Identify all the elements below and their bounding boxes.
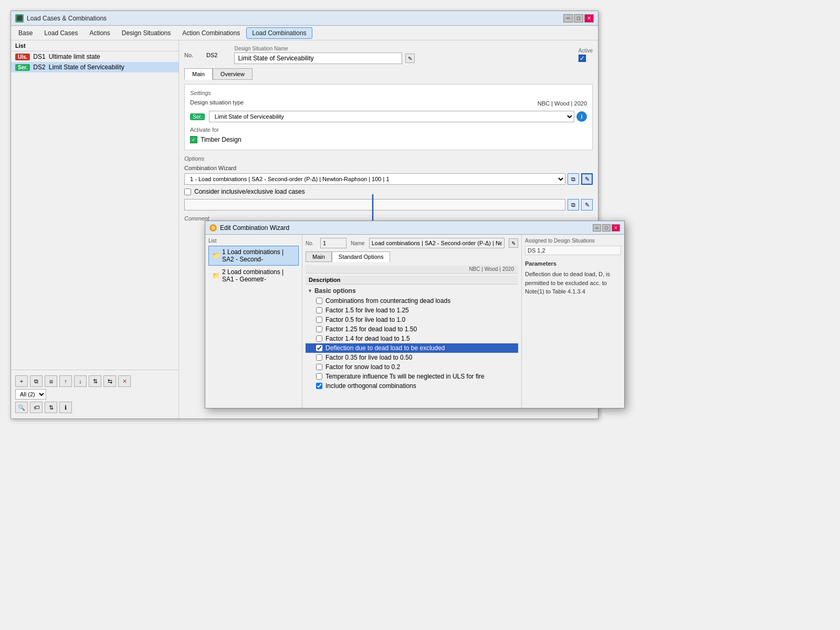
minimize-button[interactable]: ─ [563,14,573,23]
dialog-maximize-btn[interactable]: □ [602,224,611,232]
options-list: Combinations from counteracting dead loa… [306,296,518,391]
dialog-list-item-1-label: 1 Load combinations | SA2 - Second- [222,248,295,263]
menu-actions[interactable]: Actions [84,28,115,38]
empty-combo-input [184,199,565,211]
uls-label: Ultimate limit state [49,53,100,60]
title-bar: ⬛ Load Cases & Combinations ─ □ ✕ [11,11,598,26]
window-title: Load Cases & Combinations [27,15,107,22]
dialog-tabs: Main Standard Options [306,251,518,262]
copy-btn[interactable]: ⧉ [30,375,43,387]
option-checkbox-8[interactable] [316,373,322,380]
option-row-9: Include orthogonal combinations [306,381,518,391]
option-checkbox-2[interactable] [316,317,322,323]
inclusive-checkbox[interactable] [184,188,191,195]
sort-btn[interactable]: ⇅ [89,375,101,387]
close-button[interactable]: ✕ [584,14,594,23]
filter-btn[interactable]: ⇅ [45,402,57,413]
option-row-0: Combinations from counteracting dead loa… [306,296,518,306]
dialog-name-label: Name [351,240,365,246]
dialog-tab-main[interactable]: Main [306,251,332,262]
dialog-detail-panel: No. Name ✎ Main Standard Options NBC | W… [302,235,522,408]
empty-edit-btn[interactable]: ✎ [581,199,593,211]
tab-main[interactable]: Main [184,68,213,80]
combo-wizard-label: Combination Wizard [184,165,593,171]
menu-design-situations[interactable]: Design Situations [117,28,176,38]
menu-base[interactable]: Base [13,28,38,38]
ser-badge: Ser. [15,64,30,71]
menu-action-combinations[interactable]: Action Combinations [177,28,245,38]
info-btn[interactable]: ℹ [59,402,72,413]
wizard-edit-btn[interactable]: ✎ [581,173,593,185]
dialog-name-input[interactable] [369,238,505,248]
option-checkbox-9[interactable] [316,383,322,389]
timber-design-checkbox[interactable]: ✓ [190,136,197,143]
sort2-btn[interactable]: ⇆ [103,375,116,387]
timber-design-row: ✓ Timber Design [190,135,587,144]
ds-type-select[interactable]: Limit State of Serviceability [209,111,574,122]
ds-name-edit-btn[interactable]: ✎ [405,54,415,63]
dialog-name-edit-btn[interactable]: ✎ [509,238,518,248]
ds-dropdown-row: Ser. Limit State of Serviceability i [190,111,587,122]
menu-load-combinations[interactable]: Load Combinations [246,27,312,39]
option-row-4: Factor 1.4 for dead load to 1.5 [306,334,518,343]
active-checkbox[interactable]: ✓ [579,55,586,62]
option-label-3: Factor 1.25 for dead load to 1.50 [326,326,417,333]
option-checkbox-4[interactable] [316,335,322,342]
expand-icon: ▼ [308,288,312,293]
tab-overview[interactable]: Overview [213,68,253,80]
option-row-2: Factor 0.5 for live load to 1.0 [306,315,518,324]
maximize-button[interactable]: □ [574,14,583,23]
dialog-title-bar: ⚙ Edit Combination Wizard ─ □ ✕ [205,221,624,235]
dialog-minimize-btn[interactable]: ─ [593,224,601,232]
dialog-right-panel: Assigned to Design Situations DS 1,2 Par… [522,235,624,408]
edit-combination-wizard-dialog: ⚙ Edit Combination Wizard ─ □ ✕ List 📁 1… [205,220,625,408]
dialog-tab-standard-options[interactable]: Standard Options [332,251,391,262]
option-checkbox-5[interactable] [316,345,322,351]
ds-name-input[interactable] [234,52,402,64]
all-select-dropdown[interactable]: All (2) [15,389,46,400]
settings-box: Settings Design situation type NBC | Woo… [184,84,593,150]
nbc-bar: NBC | Wood | 2020 [306,265,518,274]
settings-label: Settings [190,90,587,96]
dialog-list-item-2[interactable]: 📁 2 Load combinations | SA1 - Geometr- [208,266,299,286]
option-checkbox-7[interactable] [316,364,322,370]
empty-copy-btn[interactable]: ⧉ [568,199,579,211]
option-checkbox-1[interactable] [316,307,322,313]
option-checkbox-0[interactable] [316,298,322,304]
inclusive-row: Consider inclusive/exclusive load cases [184,188,593,195]
uls-badge: Uls. [15,54,30,60]
dialog-no-input[interactable] [320,238,346,248]
wizard-copy-btn[interactable]: ⧉ [568,173,579,185]
folder-icon-1: 📁 [212,252,220,259]
combo-wizard-row: 1 - Load combinations | SA2 - Second-ord… [184,173,593,185]
list-item-uls[interactable]: Uls. DS1 Ultimate limit state [11,51,178,62]
copy2-btn[interactable]: ⧇ [45,375,57,387]
dialog-title-text: Edit Combination Wizard [220,224,289,232]
search-btn[interactable]: 🔍 [15,402,28,413]
move-down-btn[interactable]: ↓ [74,375,87,387]
dialog-list-item-1[interactable]: 📁 1 Load combinations | SA2 - Second- [208,246,299,266]
combo-wizard-select[interactable]: 1 - Load combinations | SA2 - Second-ord… [184,173,565,185]
add-btn[interactable]: + [15,375,28,387]
dialog-list-label: List [208,238,299,244]
option-checkbox-6[interactable] [316,354,322,361]
option-label-8: Temperature influence Ts will be neglect… [326,373,485,380]
menu-bar: Base Load Cases Actions Design Situation… [11,26,598,40]
dialog-list-panel: List 📁 1 Load combinations | SA2 - Secon… [205,235,302,408]
option-label-9: Include orthogonal combinations [326,382,416,390]
tag-btn[interactable]: 🏷 [30,402,43,413]
list-item-ser[interactable]: Ser. DS2 Limit State of Serviceability [11,62,178,72]
delete-btn[interactable]: ✕ [118,375,131,387]
option-checkbox-3[interactable] [316,326,322,332]
empty-combo-row: ⧉ ✎ [184,198,593,211]
menu-load-cases[interactable]: Load Cases [39,28,83,38]
ds-type-value: NBC | Wood | 2020 [538,100,587,107]
dialog-close-btn[interactable]: ✕ [612,224,620,232]
move-up-btn[interactable]: ↑ [59,375,72,387]
no-value: DS2 [206,52,217,58]
option-label-7: Factor for snow load to 0.2 [326,363,400,371]
option-label-5: Deflection due to dead load to be exclud… [326,344,445,352]
option-row-3: Factor 1.25 for dead load to 1.50 [306,324,518,334]
info-button[interactable]: i [576,111,587,122]
edit-toolbar: + ⧉ ⧇ ↑ ↓ ⇅ ⇆ ✕ [15,373,174,389]
